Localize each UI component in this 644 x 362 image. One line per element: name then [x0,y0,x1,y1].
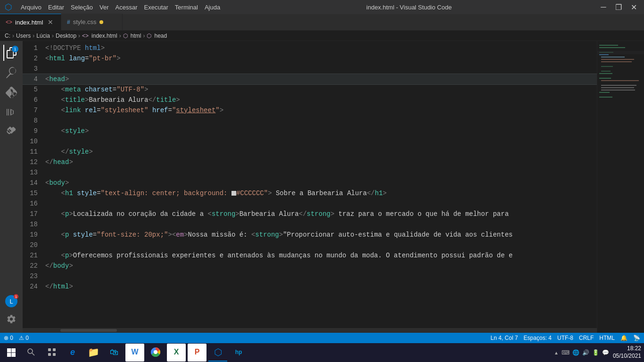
menu-terminal[interactable]: Terminal [175,4,198,11]
line-content-20[interactable] [45,240,597,250]
taskbar-taskview[interactable] [42,344,61,362]
line-content-21[interactable]: <p>Oferecemos profissionais experientes … [45,250,597,261]
menu-editar[interactable]: Editar [48,4,64,11]
line-content-13[interactable] [45,167,597,178]
code-editor[interactable]: 1<!DOCTYPE html>2<html lang="pt-br">3 4<… [23,41,597,328]
horizontal-scrollbar[interactable] [23,328,597,333]
scrollbar-thumb[interactable] [60,329,117,332]
line-content-23[interactable] [45,271,597,281]
user-avatar[interactable]: L 1 [5,295,17,307]
line-content-9[interactable]: <style> [45,126,597,136]
line-content-18[interactable] [45,219,597,230]
tray-volume-icon[interactable]: 🔊 [582,349,589,356]
taskbar-explorer[interactable]: 📁 [84,344,103,362]
maximize-button[interactable]: ❐ [613,3,624,12]
status-encoding[interactable]: UTF-8 [557,335,573,341]
breadcrumb-users[interactable]: Users [16,33,31,39]
line-content-16[interactable] [45,198,597,209]
taskbar-vscode[interactable]: ⬡ [208,344,227,362]
html-file-icon: <> [6,19,12,25]
tab-close-index-html[interactable]: ✕ [48,18,53,26]
svg-rect-15 [601,90,635,90]
line-content-12[interactable]: </head> [45,157,597,167]
line-number-1: 1 [23,43,45,53]
taskbar-word[interactable]: W [125,344,144,362]
line-content-1[interactable]: <!DOCTYPE html> [45,43,597,53]
status-errors[interactable]: ⊗ 0 [4,335,13,341]
minimap-content [597,41,644,333]
activity-run-icon[interactable] [3,104,19,120]
breadcrumb-desktop[interactable]: Desktop [56,33,76,39]
title-bar: ⬡ Arquivo Editar Seleção Ver Acessar Exe… [0,0,644,14]
line-content-2[interactable]: <html lang="pt-br"> [45,53,597,64]
line-content-15[interactable]: <h1 style="text-align: center; backgroun… [45,188,597,198]
activity-extensions-icon[interactable] [3,124,19,140]
line-content-10[interactable] [45,136,597,147]
activity-git-icon[interactable] [3,84,19,100]
menu-acessar[interactable]: Acessar [116,4,138,11]
line-content-3[interactable] [45,64,597,74]
line-number-13: 13 [23,167,45,178]
taskbar-store[interactable]: 🛍 [105,344,124,362]
breadcrumb-lucia[interactable]: Lúcia [36,33,50,39]
close-button[interactable]: ✕ [628,3,639,12]
tray-keyboard-icon[interactable]: ⌨ [561,349,570,356]
line-content-8[interactable] [45,115,597,126]
notifications-icon[interactable]: 🔔 [620,335,627,341]
taskbar-chrome[interactable] [146,344,165,362]
tray-network-icon[interactable]: 🌐 [572,349,579,356]
css-file-icon: # [67,19,70,25]
status-position[interactable]: Ln 4, Col 7 [491,335,518,341]
menu-ver[interactable]: Ver [99,4,109,11]
breadcrumb-indexhtml[interactable]: index.html [91,33,117,39]
line-content-7[interactable]: <link rel="stylesheet" href="stylesheet"… [45,105,597,115]
line-content-6[interactable]: <title>Barbearia Alura</title> [45,95,597,105]
tray-battery-icon[interactable]: 🔋 [592,349,599,356]
menu-selecao[interactable]: Seleção [71,4,93,11]
clock[interactable]: 18:22 05/10/2021 [613,345,641,360]
taskbar-search[interactable] [22,344,41,362]
status-language[interactable]: HTML [599,335,615,341]
line-content-14[interactable]: <body> [45,178,597,188]
svg-line-20 [32,353,34,355]
tray-notification-icon[interactable]: 💬 [602,349,609,356]
status-broadcast-icon[interactable]: 📡 [633,335,640,341]
activity-explorer-icon[interactable]: 1 [3,45,19,61]
line-number-19: 19 [23,230,45,240]
svg-rect-8 [601,66,613,67]
line-content-11[interactable]: </style> [45,147,597,157]
tab-index-html[interactable]: <> index.html ✕ [0,14,61,30]
window-controls: ─ ❐ ✕ [598,3,639,12]
line-content-4[interactable]: <head> [45,74,597,84]
taskbar-hp[interactable]: hp [229,344,248,362]
breadcrumb-html[interactable]: html [131,33,141,39]
tab-style-css[interactable]: # style.css [61,14,123,30]
code-line-12: 12</head> [23,157,597,167]
line-content-24[interactable]: </html> [45,281,597,292]
taskbar-powerpoint[interactable]: P [188,344,206,362]
menu-ajuda[interactable]: Ajuda [205,4,220,11]
start-button[interactable] [3,344,20,361]
activity-settings-icon[interactable] [3,311,19,327]
taskbar-edge[interactable]: e [63,344,82,362]
svg-rect-10 [599,73,612,74]
line-number-17: 17 [23,209,45,219]
minimize-button[interactable]: ─ [598,3,609,12]
line-content-19[interactable]: <p style="font-size: 20px;"><em>Nossa mi… [45,230,597,240]
menu-executar[interactable]: Executar [144,4,168,11]
status-line-ending[interactable]: CRLF [579,335,594,341]
status-warnings[interactable]: ⚠ 0 [19,335,29,341]
taskbar-excel[interactable]: X [167,344,186,362]
svg-rect-14 [601,87,634,88]
status-spaces[interactable]: Espaços: 4 [524,335,552,341]
line-number-7: 7 [23,105,45,115]
line-content-22[interactable]: </body> [45,261,597,271]
breadcrumb-head[interactable]: head [154,33,167,39]
tray-expand-icon[interactable]: ▲ [554,350,559,355]
activity-search-icon[interactable] [3,65,19,81]
line-content-17[interactable]: <p>Localizada no coração da cidade a <st… [45,209,597,219]
breadcrumb-c[interactable]: C: [5,33,10,39]
menu-arquivo[interactable]: Arquivo [21,4,41,11]
tab-label-index-html: index.html [15,19,43,26]
line-content-5[interactable]: <meta charset="UTF-8"> [45,84,597,95]
